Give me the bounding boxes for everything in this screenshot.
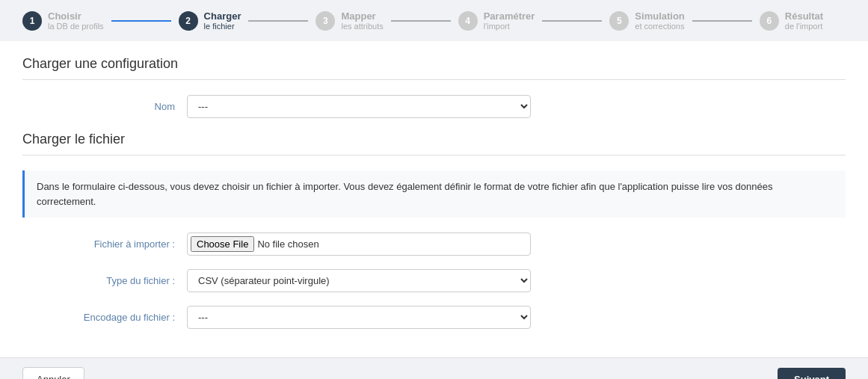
step-title-2: Charger [204, 10, 241, 22]
file-input[interactable] [188, 233, 530, 255]
connector-3-4 [391, 20, 451, 22]
nom-select-wrap: --- [187, 95, 531, 118]
step-3: 3 Mapper les attributs [316, 10, 383, 31]
step-title-6: Résultat [785, 10, 823, 22]
connector-2-3 [248, 20, 308, 22]
step-title-1: Choisir [48, 10, 104, 22]
step-5: 5 Simulation et corrections [609, 10, 684, 31]
step-circle-4: 4 [458, 11, 478, 31]
config-section-title: Charger une configuration [22, 56, 846, 72]
stepper: 1 Choisir la DB de profils 2 Charger le … [0, 0, 868, 41]
connector-5-6 [692, 20, 752, 22]
step-subtitle-5: et corrections [635, 22, 684, 31]
step-circle-6: 6 [760, 11, 779, 31]
step-circle-3: 3 [316, 11, 335, 31]
step-circle-5: 5 [609, 11, 629, 31]
step-circle-2: 2 [179, 11, 198, 31]
connector-4-5 [542, 20, 602, 22]
step-label-2: Charger le fichier [204, 10, 241, 31]
step-label-6: Résultat de l'import [785, 10, 823, 31]
type-label: Type du fichier : [22, 275, 187, 286]
step-label-5: Simulation et corrections [635, 10, 684, 31]
file-divider [22, 155, 846, 155]
step-label-3: Mapper les attributs [341, 10, 383, 31]
info-text: Dans le formulaire ci-dessous, vous deve… [37, 181, 773, 207]
step-title-4: Paramétrer [484, 10, 535, 22]
step-4: 4 Paramétrer l'import [458, 10, 535, 31]
nom-label: Nom [22, 101, 187, 112]
next-button[interactable]: Suivant [778, 368, 846, 379]
encodage-select-wrap: --- UTF-8 ISO-8859-1 Windows-1252 [187, 306, 531, 329]
type-select-wrap: CSV (séparateur point-virgule) CSV (sépa… [187, 269, 531, 292]
footer-bar: Annuler Suivant [0, 357, 868, 379]
step-label-4: Paramétrer l'import [484, 10, 535, 31]
step-2: 2 Charger le fichier [179, 10, 241, 31]
fichier-row: Fichier à importer : [22, 232, 846, 256]
main-content: Charger une configuration Nom --- Charge… [0, 41, 868, 357]
step-1: 1 Choisir la DB de profils [22, 10, 104, 31]
step-title-3: Mapper [341, 10, 383, 22]
encodage-label: Encodage du fichier : [22, 312, 187, 323]
type-select[interactable]: CSV (séparateur point-virgule) CSV (sépa… [187, 269, 531, 292]
config-divider [22, 79, 846, 80]
file-input-wrapper[interactable] [187, 232, 531, 256]
step-circle-1: 1 [22, 11, 42, 31]
step-title-5: Simulation [635, 10, 684, 22]
encodage-select[interactable]: --- UTF-8 ISO-8859-1 Windows-1252 [187, 306, 531, 329]
info-box: Dans le formulaire ci-dessous, vous deve… [22, 170, 846, 218]
type-row: Type du fichier : CSV (séparateur point-… [22, 269, 846, 292]
connector-1-2 [111, 20, 171, 22]
step-subtitle-3: les attributs [341, 22, 383, 31]
step-label-1: Choisir la DB de profils [48, 10, 104, 31]
step-subtitle-6: de l'import [785, 22, 823, 31]
cancel-button[interactable]: Annuler [22, 367, 84, 379]
fichier-label: Fichier à importer : [22, 238, 187, 250]
step-6: 6 Résultat de l'import [760, 10, 823, 31]
step-subtitle-4: l'import [484, 22, 535, 31]
nom-select[interactable]: --- [187, 95, 531, 118]
file-section-title: Charger le fichier [22, 132, 846, 147]
step-subtitle-1: la DB de profils [48, 22, 104, 31]
encodage-row: Encodage du fichier : --- UTF-8 ISO-8859… [22, 306, 846, 329]
step-subtitle-2: le fichier [204, 22, 241, 31]
nom-row: Nom --- [22, 95, 846, 118]
